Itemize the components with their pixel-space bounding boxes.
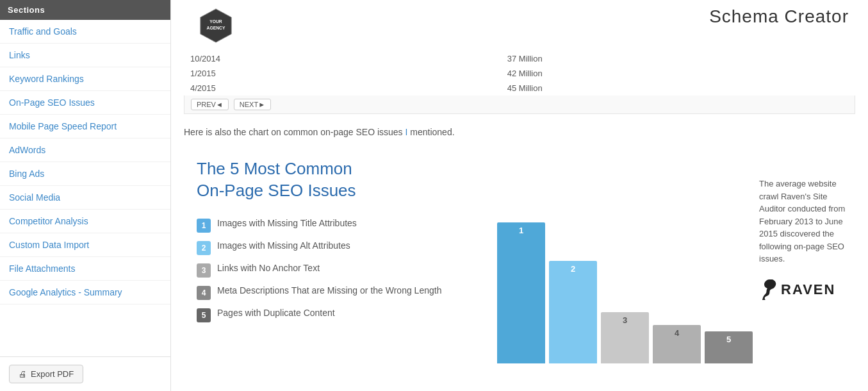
- table-cell-date: 1/2015: [184, 66, 501, 81]
- issue-label-3: Links with No Anchor Text: [217, 263, 320, 273]
- issue-badge-2: 2: [197, 241, 211, 255]
- sidebar-item-keyword-rankings[interactable]: Keyword Rankings: [0, 67, 170, 91]
- bar-group-3: 3: [601, 312, 649, 363]
- bar-2: 2: [549, 261, 597, 363]
- table-cell-date: 10/2014: [184, 51, 501, 66]
- raven-bird-icon: [759, 278, 778, 301]
- chart-right-text: The average website crawl Raven's Site A…: [753, 146, 855, 301]
- note-text: Here is also the chart on common on-page…: [184, 126, 855, 139]
- table-row: 10/2014 37 Million: [184, 51, 855, 66]
- chart-left: The 5 Most CommonOn-Page SEO Issues 1 Im…: [184, 146, 497, 322]
- prev-button[interactable]: PREV◄: [191, 99, 229, 110]
- issue-label-4: Meta Descriptions That are Missing or th…: [217, 285, 441, 295]
- sidebar-item-social-media[interactable]: Social Media: [0, 186, 170, 210]
- sidebar-item-mobile-page-speed[interactable]: Mobile Page Speed Report: [0, 115, 170, 138]
- chart-title: The 5 Most CommonOn-Page SEO Issues: [197, 158, 484, 202]
- bar-num-4: 4: [675, 328, 679, 338]
- list-item: 2 Images with Missing Alt Attributes: [197, 240, 484, 255]
- bar-group-2: 2: [549, 261, 597, 363]
- export-btn-area: 🖨 Export PDF: [0, 356, 170, 391]
- issue-list: 1 Images with Missing Title Attributes 2…: [197, 218, 484, 322]
- bar-4: 4: [653, 325, 701, 363]
- table-row: 1/2015 42 Million: [184, 66, 855, 81]
- issue-badge-1: 1: [197, 219, 211, 233]
- sidebar-item-on-page-seo[interactable]: On-Page SEO Issues: [0, 91, 170, 115]
- chart-section: The 5 Most CommonOn-Page SEO Issues 1 Im…: [184, 146, 855, 363]
- bar-3: 3: [601, 312, 649, 363]
- bar-num-2: 2: [571, 264, 575, 274]
- bar-group-4: 4: [653, 325, 701, 363]
- sidebar-item-file-attachments[interactable]: File Attachments: [0, 257, 170, 281]
- issue-label-2: Images with Missing Alt Attributes: [217, 240, 350, 251]
- sidebar-item-google-analytics[interactable]: Google Analytics - Summary: [0, 281, 170, 304]
- sidebar-item-bing-ads[interactable]: Bing Ads: [0, 162, 170, 186]
- bar-group-5: 5: [705, 331, 753, 363]
- bar-num-5: 5: [726, 335, 731, 344]
- table-cell-value: 37 Million: [501, 51, 855, 66]
- sidebar-bottom: 🖨 Export PDF: [0, 304, 170, 391]
- list-item: 3 Links with No Anchor Text: [197, 263, 484, 278]
- schema-creator-title: Schema Creator: [709, 6, 849, 27]
- list-item: 5 Pages with Duplicate Content: [197, 308, 484, 322]
- note-highlight: I: [405, 127, 408, 137]
- svg-text:AGENCY: AGENCY: [207, 26, 225, 30]
- table-cell-date: 4/2015: [184, 81, 501, 96]
- next-button[interactable]: NEXT►: [234, 99, 271, 110]
- pagination-bar: PREV◄ NEXT►: [184, 96, 855, 114]
- sidebar: Sections Traffic and Goals Links Keyword…: [0, 0, 171, 391]
- sections-header: Sections: [0, 0, 170, 20]
- printer-icon: 🖨: [19, 369, 27, 379]
- raven-label: RAVEN: [781, 279, 835, 300]
- svg-text:YOUR: YOUR: [209, 19, 222, 24]
- main-content: Schema Creator YOUR AGENCY 10/2014 37 Mi…: [171, 0, 868, 391]
- bar-num-1: 1: [519, 226, 523, 235]
- sidebar-item-adwords[interactable]: AdWords: [0, 138, 170, 162]
- bar-group-1: 1: [497, 222, 545, 363]
- table-cell-value: 42 Million: [501, 66, 855, 81]
- issue-badge-5: 5: [197, 308, 211, 322]
- agency-hexagon: YOUR AGENCY: [197, 7, 234, 44]
- sidebar-item-traffic-goals[interactable]: Traffic and Goals: [0, 20, 170, 44]
- note-text-after: mentioned.: [410, 127, 454, 137]
- raven-logo: RAVEN: [759, 278, 855, 301]
- table-row: 4/2015 45 Million: [184, 81, 855, 96]
- sidebar-item-competitor-analysis[interactable]: Competitor Analysis: [0, 210, 170, 233]
- issue-label-5: Pages with Duplicate Content: [217, 308, 335, 318]
- sidebar-item-links[interactable]: Links: [0, 44, 170, 67]
- chart-description: The average website crawl Raven's Site A…: [759, 179, 845, 263]
- svg-point-3: [773, 281, 775, 283]
- issue-badge-4: 4: [197, 286, 211, 300]
- export-pdf-button[interactable]: 🖨 Export PDF: [9, 365, 83, 383]
- table-cell-value: 45 Million: [501, 81, 855, 96]
- bar-5: 5: [705, 331, 753, 363]
- bar-num-3: 3: [623, 315, 627, 325]
- agency-logo: YOUR AGENCY: [197, 6, 235, 45]
- data-table: 10/2014 37 Million 1/2015 42 Million 4/2…: [184, 51, 855, 96]
- list-item: 1 Images with Missing Title Attributes: [197, 218, 484, 233]
- note-text-before: Here is also the chart on common on-page…: [184, 127, 403, 137]
- data-table-section: 10/2014 37 Million 1/2015 42 Million 4/2…: [184, 51, 855, 114]
- issue-badge-3: 3: [197, 263, 211, 278]
- bar-1: 1: [497, 222, 545, 363]
- sidebar-item-custom-data[interactable]: Custom Data Import: [0, 233, 170, 257]
- list-item: 4 Meta Descriptions That are Missing or …: [197, 285, 484, 300]
- bar-chart: 1 2 3 4: [497, 146, 753, 363]
- issue-label-1: Images with Missing Title Attributes: [217, 218, 357, 228]
